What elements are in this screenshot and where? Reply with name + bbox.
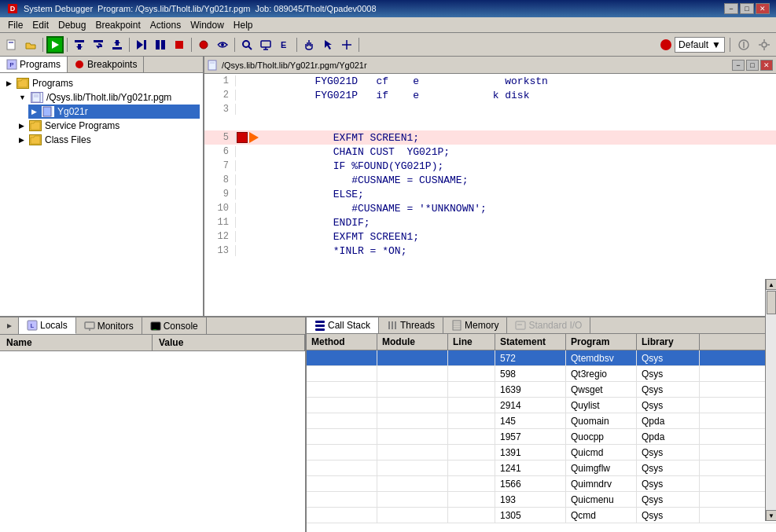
cs-row-6[interactable]: 1957 Quocpp Qpda xyxy=(307,429,776,445)
menu-edit[interactable]: Edit xyxy=(28,18,53,32)
expand-icon: ▶ xyxy=(6,79,12,87)
toolbar-sep-8 xyxy=(730,38,730,52)
tab-console[interactable]: _ Console xyxy=(142,317,207,334)
line-code-1: FYG021D cf e workstn xyxy=(259,75,548,87)
toolbar-play-btn[interactable] xyxy=(46,36,64,53)
locals-header: Name Value xyxy=(0,335,305,351)
code-maximize-btn[interactable]: □ xyxy=(746,60,759,71)
menu-breakpoint[interactable]: Breakpoint xyxy=(90,18,145,32)
cs-row-3[interactable]: 1639 Qwsget Qsys xyxy=(307,382,776,398)
toolbar-step-over-btn[interactable] xyxy=(90,36,107,53)
toolbar-step-into-btn[interactable] xyxy=(71,36,88,53)
cs-cell-program-5: Quomain xyxy=(566,413,637,428)
cs-cell-module-1 xyxy=(377,350,448,365)
tab-programs[interactable]: P Programs xyxy=(0,57,68,72)
menu-actions[interactable]: Actions xyxy=(145,18,186,32)
toolbar-cursor-btn[interactable] xyxy=(338,36,355,53)
cs-cell-statement-8: 1241 xyxy=(495,460,566,475)
code-line-7: 7 IF %FOUND(YG021P); xyxy=(204,159,776,173)
line-code-11: ENDIF; xyxy=(259,217,370,229)
svg-point-37 xyxy=(75,61,83,68)
tab-breakpoints[interactable]: Breakpoints xyxy=(68,57,144,72)
toolbar-inspect-btn[interactable] xyxy=(238,36,256,53)
default-dropdown[interactable]: Default ▼ xyxy=(675,37,725,53)
toolbar-expression-btn[interactable]: E xyxy=(276,36,293,53)
cs-cell-statement-10: 193 xyxy=(495,492,566,507)
tab-call-stack[interactable]: Call Stack xyxy=(307,317,379,333)
svg-point-20 xyxy=(243,41,249,47)
cs-cell-method-9 xyxy=(307,476,377,491)
cs-cell-line-2 xyxy=(448,366,495,381)
toolbar-hand-btn[interactable] xyxy=(300,36,318,53)
svg-point-18 xyxy=(200,41,208,49)
scrollbar-right[interactable]: ▲ ▼ xyxy=(765,279,776,521)
app-title: System Debugger xyxy=(24,4,93,13)
menu-window[interactable]: Window xyxy=(186,18,229,32)
close-button[interactable]: ✕ xyxy=(756,3,770,14)
toolbar-watchpoint-btn[interactable] xyxy=(214,36,231,53)
programs-tab-icon: P xyxy=(6,59,17,70)
cs-cell-library-3: Qsys xyxy=(637,382,700,397)
tab-monitors[interactable]: Monitors xyxy=(76,317,142,334)
cs-cell-line-6 xyxy=(448,429,495,444)
cs-row-1[interactable]: 572 Qtemdbsv Qsys xyxy=(307,350,776,366)
cs-cell-library-7: Qsys xyxy=(637,445,700,460)
scroll-track xyxy=(766,290,776,510)
scroll-thumb[interactable] xyxy=(767,291,776,314)
expand-icon-yg021r: ▶ xyxy=(31,108,37,116)
toolbar-new-btn[interactable] xyxy=(3,36,20,53)
line-gutter-5 xyxy=(236,132,259,143)
tree-item-programs-root[interactable]: ▶ Programs xyxy=(3,76,200,90)
toolbar-terminate-btn[interactable] xyxy=(171,36,188,53)
tab-arrow[interactable] xyxy=(0,317,19,334)
line-code-2: FYG021P if e k disk xyxy=(259,90,529,101)
tree-item-pgm[interactable]: ▼ /Qsys.lib/Tholt.lib/Yg021r.pgm xyxy=(16,90,200,105)
menu-file[interactable]: File xyxy=(3,18,28,32)
tree-item-yg021r[interactable]: ▶ Yg021r xyxy=(28,105,200,119)
toolbar-extra-btn[interactable] xyxy=(735,36,752,53)
cs-row-8[interactable]: 1241 Quimgflw Qsys xyxy=(307,460,776,476)
scroll-up-btn[interactable]: ▲ xyxy=(766,279,776,290)
tab-standard-io[interactable]: Standard I/O xyxy=(507,317,590,333)
line-num-6: 6 xyxy=(204,146,236,157)
cs-row-5[interactable]: 145 Quomain Qpda xyxy=(307,413,776,429)
toolbar-step-return-btn[interactable] xyxy=(108,36,126,53)
scroll-down-btn[interactable]: ▼ xyxy=(766,510,776,521)
cs-cell-line-3 xyxy=(448,382,495,397)
tab-locals[interactable]: L Locals xyxy=(19,317,76,334)
toolbar-settings-btn[interactable] xyxy=(756,36,773,53)
cs-row-10[interactable]: 193 Quicmenu Qsys xyxy=(307,492,776,508)
programs-tab-label: Programs xyxy=(20,59,61,70)
tree-item-service-programs[interactable]: ▶ Service Programs xyxy=(16,119,200,133)
menu-debug[interactable]: Debug xyxy=(53,18,90,32)
toolbar-open-btn[interactable] xyxy=(22,36,39,53)
cs-row-7[interactable]: 1391 Quicmd Qsys xyxy=(307,445,776,460)
cs-row-4[interactable]: 2914 Quylist Qsys xyxy=(307,398,776,413)
cs-row-2[interactable]: 598 Qt3regio Qsys xyxy=(307,366,776,382)
toolbar-resume-btn[interactable] xyxy=(133,36,150,53)
cs-row-11[interactable]: 1305 Qcmd Qsys xyxy=(307,508,776,523)
line-num-12: 12 xyxy=(204,231,236,242)
toolbar-suspend-btn[interactable] xyxy=(152,36,169,53)
tab-threads[interactable]: Threads xyxy=(379,317,443,333)
minimize-button[interactable]: − xyxy=(724,3,738,14)
svg-marker-4 xyxy=(52,41,59,49)
maximize-button[interactable]: □ xyxy=(740,3,754,14)
tree-label-cf: Class Files xyxy=(45,134,91,145)
tree-item-class-files[interactable]: ▶ Class Files xyxy=(16,133,200,147)
tab-memory[interactable]: Memory xyxy=(443,317,507,333)
tree-label-sp: Service Programs xyxy=(45,120,120,131)
title-bar: D System Debugger Program: /Qsys.lib/Tho… xyxy=(0,0,776,17)
toolbar-breakpoint-btn[interactable] xyxy=(195,36,212,53)
toolbar-monitor-btn[interactable] xyxy=(257,36,274,53)
code-title-left: /Qsys.lib/Tholt.lib/Yg021r.pgm/Yg021r xyxy=(208,60,367,71)
cs-cell-program-9: Quimndrv xyxy=(566,476,637,491)
code-close-btn[interactable]: ✕ xyxy=(760,60,773,71)
cs-cell-module-11 xyxy=(377,508,448,523)
menu-help[interactable]: Help xyxy=(229,18,258,32)
cs-row-9[interactable]: 1566 Quimndrv Qsys xyxy=(307,476,776,492)
expand-icon-sp: ▶ xyxy=(19,122,24,130)
toolbar-pointer-btn[interactable] xyxy=(319,36,337,53)
svg-rect-14 xyxy=(144,40,146,50)
code-minimize-btn[interactable]: − xyxy=(732,60,745,71)
